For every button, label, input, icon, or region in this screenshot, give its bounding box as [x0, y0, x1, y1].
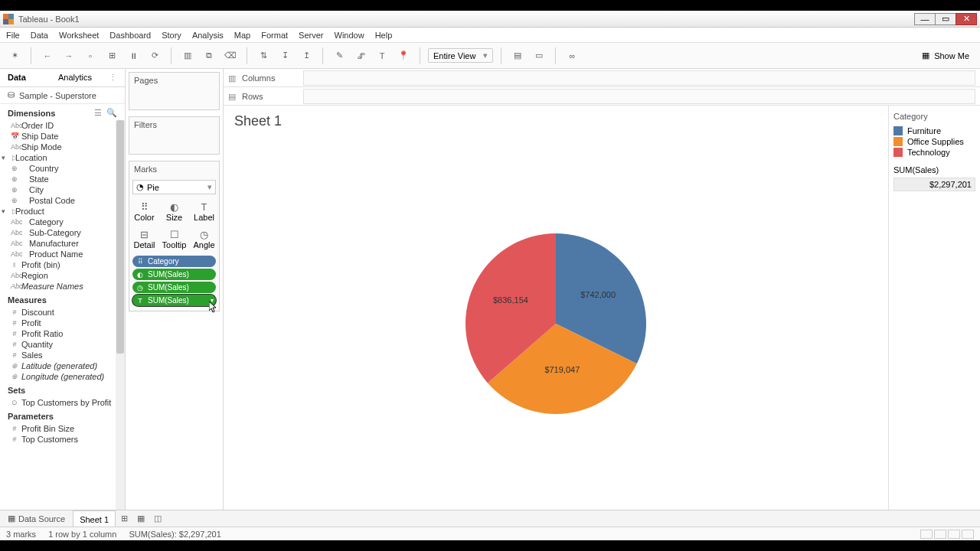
measure-field[interactable]: ⊕Longitude (generated) — [0, 371, 125, 382]
rows-shelf[interactable]: ▤Rows — [224, 87, 980, 106]
new-datasource-button[interactable]: ⊞ — [103, 47, 120, 64]
dimension-field[interactable]: AbcOrder ID — [0, 120, 125, 131]
filters-shelf[interactable]: Filters — [129, 116, 220, 155]
new-story-button[interactable]: ◫ — [149, 514, 166, 523]
marks-angle-button[interactable]: ◷Angle — [189, 225, 219, 253]
marks-tooltip-button[interactable]: ☐Tooltip — [159, 225, 189, 253]
new-dashboard-button[interactable]: ▦ — [132, 514, 149, 523]
new-worksheet-button[interactable]: ⊞ — [116, 514, 132, 523]
columns-drop-zone[interactable] — [303, 70, 975, 86]
tab-data[interactable]: Data — [0, 69, 51, 86]
dimension-field[interactable]: ⊕State — [0, 174, 125, 184]
dimension-field[interactable]: 📅Ship Date — [0, 131, 125, 142]
pages-shelf[interactable]: Pages — [129, 72, 220, 110]
save-button[interactable]: ▫ — [82, 47, 99, 64]
dimension-field[interactable]: ▾▷Product — [0, 206, 125, 217]
group-button[interactable]: 🖇 — [352, 47, 369, 64]
pane-menu-icon[interactable]: ⋮ — [101, 69, 125, 86]
mark-pill-sum-sales-[interactable]: ◷SUM(Sales) — [132, 282, 216, 293]
menu-map[interactable]: Map — [234, 31, 250, 40]
view-button[interactable] — [962, 530, 974, 539]
menu-server[interactable]: Server — [299, 31, 323, 40]
pause-button[interactable]: ⏸ — [125, 47, 142, 64]
mark-pill-sum-sales-[interactable]: ◐SUM(Sales) — [132, 269, 216, 280]
dimension-field[interactable]: ⊕City — [0, 184, 125, 195]
menu-data[interactable]: Data — [31, 31, 48, 40]
share-button[interactable]: ∞ — [564, 47, 580, 64]
dimension-field[interactable]: AbcRegion — [0, 270, 125, 281]
measure-field[interactable]: #Discount — [0, 307, 125, 318]
dimension-field[interactable]: AbcProduct Name — [0, 249, 125, 259]
dimension-field[interactable]: AbcManufacturer — [0, 238, 125, 249]
menu-file[interactable]: File — [6, 31, 20, 40]
redo-button[interactable]: → — [60, 47, 77, 64]
fix-axis-button[interactable]: 📍 — [395, 47, 412, 64]
columns-shelf[interactable]: ▥Columns — [224, 69, 980, 87]
rows-drop-zone[interactable] — [303, 89, 975, 104]
menu-dashboard[interactable]: Dashboard — [109, 31, 151, 40]
marks-size-button[interactable]: ◐Size — [159, 197, 189, 225]
dimension-field[interactable]: AbcMeasure Names — [0, 281, 125, 292]
menu-analysis[interactable]: Analysis — [192, 31, 224, 40]
dimension-field[interactable]: ⊕Country — [0, 163, 125, 174]
view-button[interactable] — [948, 530, 960, 539]
legend-item[interactable]: Office Supplies — [893, 136, 975, 147]
dimension-field[interactable]: AbcSub-Category — [0, 227, 125, 238]
mark-pill-category[interactable]: ⠿Category — [132, 256, 216, 267]
menu-help[interactable]: Help — [375, 31, 393, 40]
tableau-icon[interactable]: ✶ — [6, 47, 23, 64]
duplicate-button[interactable]: ⧉ — [201, 47, 217, 64]
view-mode-select[interactable]: Entire View ▾ — [428, 48, 493, 63]
mark-type-select[interactable]: ◔ Pie ▾ — [132, 180, 216, 194]
dimension-field[interactable]: AbcShip Mode — [0, 142, 125, 152]
parameter-field[interactable]: #Top Customers — [0, 434, 125, 445]
pie-chart[interactable]: $742,000$719,047$836,154 — [224, 137, 888, 510]
set-field[interactable]: ⊙Top Customers by Profit — [0, 397, 125, 408]
show-cards-button[interactable]: ▤ — [509, 47, 526, 64]
scrollbar[interactable] — [116, 120, 125, 510]
dimension-field[interactable]: ▾▷Location — [0, 152, 125, 163]
measure-field[interactable]: #Profit — [0, 318, 125, 328]
view-button[interactable] — [920, 530, 933, 539]
measure-field[interactable]: #Sales — [0, 350, 125, 360]
marks-label-button[interactable]: TLabel — [189, 197, 219, 225]
dimension-field[interactable]: AbcCategory — [0, 217, 125, 227]
legend-item[interactable]: Technology — [893, 147, 975, 158]
legend-item[interactable]: Furniture — [893, 126, 975, 136]
view-button[interactable] — [934, 530, 946, 539]
dimension-field[interactable]: ⦀Profit (bin) — [0, 259, 125, 270]
presentation-button[interactable]: ▭ — [531, 47, 547, 64]
swap-button[interactable]: ⇅ — [255, 47, 272, 64]
mark-pill-sum-sales-[interactable]: TSUM(Sales)▾ — [132, 295, 216, 306]
menu-story[interactable]: Story — [162, 31, 181, 40]
measure-field[interactable]: #Quantity — [0, 339, 125, 350]
text-button[interactable]: T — [374, 47, 390, 64]
list-icon[interactable]: ☰ — [94, 108, 102, 118]
menu-format[interactable]: Format — [261, 31, 288, 40]
dimension-field[interactable]: ⊕Postal Code — [0, 195, 125, 206]
undo-button[interactable]: ← — [39, 47, 56, 64]
marks-detail-button[interactable]: ⊟Detail — [129, 225, 159, 253]
data-source-tab[interactable]: ▦Data Source — [0, 514, 73, 523]
show-me-button[interactable]: ▦ Show Me — [917, 49, 974, 62]
menu-worksheet[interactable]: Worksheet — [59, 31, 99, 40]
maximize-button[interactable]: ▭ — [935, 13, 956, 25]
sheet-tab[interactable]: Sheet 1 — [73, 510, 116, 527]
sort-asc-button[interactable]: ↧ — [276, 47, 293, 64]
measure-field[interactable]: #Profit Ratio — [0, 328, 125, 339]
search-icon[interactable]: 🔍 — [106, 108, 117, 118]
clear-button[interactable]: ⌫ — [222, 47, 239, 64]
measure-field[interactable]: ⊕Latitude (generated) — [0, 360, 125, 371]
marks-color-button[interactable]: ⠿Color — [129, 197, 159, 225]
expand-icon[interactable]: ▾ — [2, 207, 5, 215]
refresh-button[interactable]: ⟳ — [146, 47, 163, 64]
parameter-field[interactable]: #Profit Bin Size — [0, 423, 125, 434]
menu-window[interactable]: Window — [335, 31, 364, 40]
new-sheet-button[interactable]: ▥ — [179, 47, 196, 64]
minimize-button[interactable]: — — [914, 13, 936, 25]
sheet-title[interactable]: Sheet 1 — [224, 106, 888, 137]
sort-desc-button[interactable]: ↥ — [298, 47, 315, 64]
tab-analytics[interactable]: Analytics — [51, 69, 101, 86]
highlight-button[interactable]: ✎ — [331, 47, 348, 64]
close-button[interactable]: ✕ — [956, 13, 977, 25]
